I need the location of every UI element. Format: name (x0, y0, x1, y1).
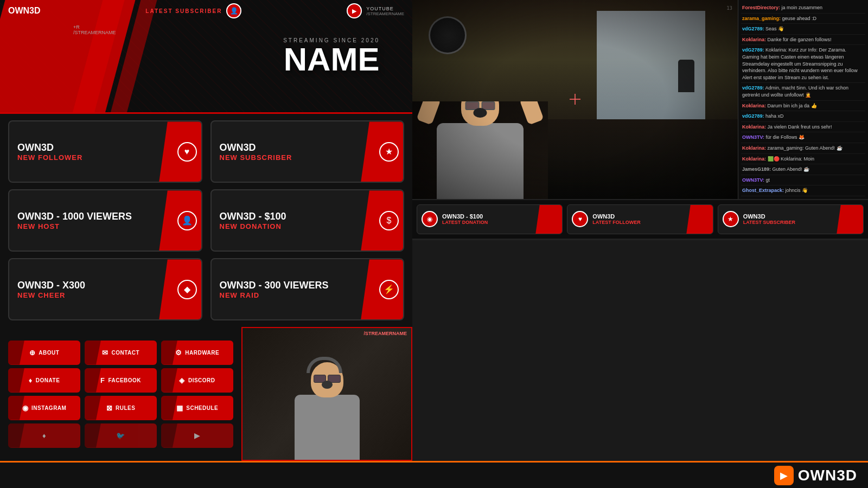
chat-message: Koklarina: Darum bin ich ja da 👍 (741, 101, 865, 112)
contact-label: CONTACT (111, 350, 139, 356)
game-scene-bg: 34 110 13 (412, 0, 738, 199)
schedule-icon: ▦ (176, 404, 183, 412)
chat-message: vdG2789: haha xD (741, 111, 865, 122)
about-button[interactable]: ⊕ ABOUT (8, 341, 80, 365)
youtube-area: ▶ YOUTUBE /STREAMERNAME (339, 3, 412, 18)
raid-name: OWN3D - 300 viewers (220, 280, 329, 291)
btn-row-4: ♦ 🐦 ▶ (8, 423, 233, 448)
streamer-name: NAME (283, 43, 380, 75)
extra-btn-2[interactable]: 🐦 (85, 423, 157, 448)
donate-button[interactable]: ♦ DONATE (8, 368, 80, 393)
chat-message: OWN3TV: gt (741, 175, 865, 186)
nav-buttons-area: ⊕ ABOUT ✉ CONTACT ⚙ HARDWARE (0, 327, 241, 461)
dark-overlay (161, 368, 177, 393)
game-floor (412, 119, 738, 199)
rules-button[interactable]: ⊠ RULES (85, 396, 157, 420)
dark-overlay (85, 396, 101, 420)
webcam-handle: /STREAMERNAME (363, 331, 407, 336)
subscriber-ba-icon: ★ (723, 211, 739, 227)
webcam-area: /STREAMERNAME (241, 327, 412, 461)
own3d-logo: ▶ OWN3D (774, 466, 857, 485)
extra-btn-1[interactable]: ♦ (8, 423, 80, 448)
ep-red-tl (412, 239, 465, 240)
rules-icon: ⊠ (106, 404, 113, 412)
dark-overlay (85, 368, 101, 393)
extra-icon-2: 🐦 (116, 432, 125, 440)
cam-mouth (322, 381, 333, 389)
dark-overlay (85, 423, 101, 448)
chat-message: vdG2789: Koklarina: Kurz zur Info: Der Z… (741, 45, 865, 83)
rules-label: RULES (116, 405, 135, 411)
btn-row-1: ⊕ ABOUT ✉ CONTACT ⚙ HARDWARE (8, 341, 233, 365)
brand-left: OWN3D (0, 6, 49, 16)
cheer-icon: ◆ (177, 280, 197, 299)
follower-ba-name: OWN3D (592, 213, 640, 220)
donation-ba-info: OWN3D - $100 LATEST DONATION (442, 213, 488, 225)
mouth-open (474, 108, 487, 118)
streamer-info: STREAMING SINCE 2020 NAME (283, 37, 380, 75)
host-icon: 👤 (177, 211, 197, 230)
follower-icon: ♥ (177, 142, 197, 162)
chat-message: Koklarina: 🟩🔴 Koklarina: Moin (741, 154, 865, 165)
donate-label: DONATE (36, 377, 60, 383)
yt-label: YOUTUBE (366, 6, 404, 11)
chat-message: vdG2789: Admin, macht 5inn. Und ich war … (741, 83, 865, 100)
glasses-live (465, 101, 495, 110)
contact-button[interactable]: ✉ CONTACT (85, 341, 157, 365)
cheer-info: OWN3D - x300 NEW CHEER (17, 280, 85, 299)
offline-panel: STREAM IS CURRENTLY OFFLINE FACEBOOK TWI… (640, 239, 869, 240)
op-red-tl (640, 239, 707, 240)
hud-bottom: 34 110 (423, 174, 433, 188)
ba-red-3 (837, 205, 864, 234)
hardware-label: HARDWARE (185, 350, 219, 356)
chat-message: JamesG189: Guten Abend! ☕ (741, 164, 865, 175)
alerts-area: ♥ OWN3D NEW FOLLOWER ★ OWN3D NEW SUBSCRI… (0, 114, 412, 327)
ba-red-1 (536, 205, 563, 234)
dark-overlay (161, 423, 177, 448)
raid-type: NEW RAID (220, 291, 329, 299)
op-red-br (824, 239, 868, 240)
chat-message: Koklarina: zarama_gaming: Guten Abend! ☕ (741, 143, 865, 154)
subscriber-icon: ★ (379, 142, 399, 162)
btn-row-3: ◉ INSTAGRAM ⊠ RULES ▦ SCHEDULE (8, 396, 233, 420)
donate-icon: ♦ (29, 376, 33, 384)
chat-message: OWN3TV: für die Follows 🦊 (741, 132, 865, 143)
host-type: NEW HOST (17, 222, 132, 230)
ba-red-2 (686, 205, 713, 234)
chat-message: Koklarina: Ja vielen Dank freut uns sehr… (741, 122, 865, 133)
cheer-type: NEW CHEER (17, 291, 85, 299)
arm-left (416, 101, 441, 125)
new-donation-card: $ OWN3D - $100 NEW DONATION (210, 189, 405, 252)
cam-body (295, 395, 360, 460)
chat-message: Ghost_Extrapack: johncis 👋 (741, 185, 865, 196)
discord-button[interactable]: ◈ DISCORD (161, 368, 233, 393)
donation-name: OWN3D - $100 (220, 211, 286, 222)
extra-btn-3[interactable]: ▶ (161, 423, 233, 448)
facebook-button[interactable]: f FACEBOOK (85, 368, 157, 393)
schedule-button[interactable]: ▦ SCHEDULE (161, 396, 233, 420)
latest-sub-label: LATEST SUBSCRIBER (145, 8, 222, 14)
latest-sub-area: LATEST SUBSCRIBER 👤 (49, 3, 339, 18)
follower-ba-info: OWN3D LATEST FOLLOWER (592, 213, 640, 225)
minimap-hud (429, 16, 467, 54)
chat-message: vdG2789: Seas 👋 (741, 24, 865, 35)
youtube-info: YOUTUBE /STREAMERNAME (366, 6, 404, 16)
subscriber-ba-name: OWN3D (743, 213, 795, 220)
donation-info: OWN3D - $100 NEW DONATION (220, 211, 286, 230)
follower-type: NEW FOLLOWER (17, 153, 82, 162)
alert-row-2: 👤 OWN3D - 1000 viewers NEW HOST $ OWN3D … (8, 189, 404, 252)
chat-message: ForestDirectory: ja moin zusammen (741, 3, 865, 14)
youtube-icon: ▶ (347, 3, 362, 18)
top-bar: OWN3D LATEST SUBSCRIBER 👤 ▶ YOUTUBE /STR… (0, 0, 412, 22)
hardware-button[interactable]: ⚙ HARDWARE (161, 341, 233, 365)
latest-donation-alert: ◉ OWN3D - $100 LATEST DONATION (417, 204, 563, 234)
hardware-icon: ⚙ (175, 349, 182, 357)
discord-icon: ◈ (179, 376, 185, 384)
own3d-logo-text: OWN3D (798, 467, 857, 484)
enemy-silhouette (678, 60, 694, 92)
own3d-play-icon: ▶ (774, 466, 794, 485)
instagram-button[interactable]: ◉ INSTAGRAM (8, 396, 80, 420)
follower-name: OWN3D (17, 142, 82, 153)
main-layout: OWN3D LATEST SUBSCRIBER 👤 ▶ YOUTUBE /STR… (0, 0, 868, 488)
instagram-icon: ◉ (22, 404, 29, 412)
